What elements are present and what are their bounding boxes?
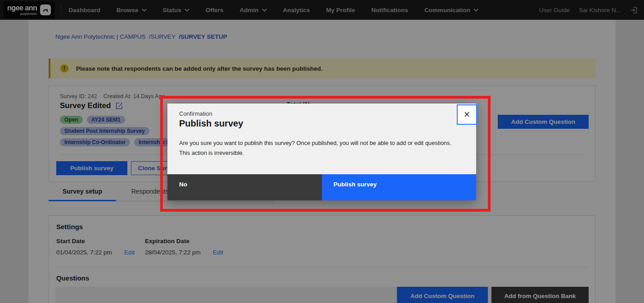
- annotation-highlight-rectangle: [160, 96, 491, 212]
